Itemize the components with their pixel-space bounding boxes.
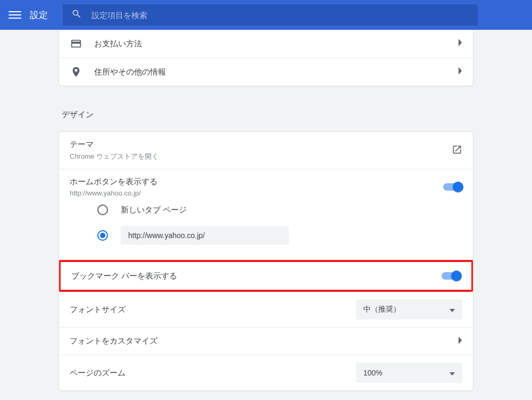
bookmark-bar-label: ブックマーク バーを表示する (71, 271, 442, 281)
bookmark-bar-highlight: ブックマーク バーを表示する (59, 260, 473, 292)
theme-title: テーマ (70, 140, 452, 150)
theme-sub: Chrome ウェブストアを開く (70, 152, 452, 161)
design-section-title: デザイン (59, 107, 473, 127)
chevron-right-icon (458, 39, 462, 48)
chevron-right-icon (458, 67, 462, 77)
bookmark-bar-toggle[interactable] (442, 272, 461, 280)
theme-row[interactable]: テーマ Chrome ウェブストアを開く (59, 132, 473, 169)
app-header: 設定 (0, 0, 532, 30)
page-zoom-label: ページのズーム (70, 368, 356, 378)
new-tab-option-label: 新しいタブ ページ (121, 205, 187, 215)
page-title: 設定 (30, 9, 48, 21)
dropdown-arrow-icon (450, 305, 455, 314)
home-button-row: ホームボタンを表示する http://www.yahoo.co.jp/ (59, 169, 473, 197)
home-button-toggle[interactable] (443, 183, 462, 191)
home-button-label: ホームボタンを表示する http://www.yahoo.co.jp/ (70, 177, 443, 197)
page-zoom-row: ページのズーム 100% (59, 355, 473, 390)
design-card: テーマ Chrome ウェブストアを開く ホームボタンを表示する http://… (59, 132, 473, 391)
payment-methods-label: お支払い方法 (94, 39, 458, 49)
page-zoom-select[interactable]: 100% (356, 363, 462, 383)
font-size-value: 中（推奨） (363, 305, 401, 314)
font-customize-label: フォントをカスタマイズ (70, 336, 458, 346)
bookmark-bar-row: ブックマーク バーを表示する (61, 262, 471, 290)
home-button-sub: http://www.yahoo.co.jp/ (70, 189, 443, 197)
font-size-label: フォントサイズ (70, 305, 356, 315)
home-button-title: ホームボタンを表示する (70, 177, 443, 187)
font-size-row: フォントサイズ 中（推奨） (59, 292, 473, 327)
credit-card-icon (70, 37, 82, 50)
addresses-label: 住所やその他の情報 (94, 67, 458, 77)
dropdown-arrow-icon (450, 369, 455, 377)
custom-url-option[interactable] (97, 221, 473, 250)
radio-checked-icon[interactable] (97, 230, 108, 241)
custom-url-input[interactable] (121, 226, 289, 245)
addresses-row[interactable]: 住所やその他の情報 (59, 58, 473, 86)
search-icon (71, 9, 82, 21)
payment-methods-row[interactable]: お支払い方法 (59, 30, 473, 58)
location-icon (70, 66, 82, 78)
menu-icon[interactable] (9, 9, 21, 21)
search-bar[interactable] (63, 4, 478, 26)
page-zoom-value: 100% (363, 369, 383, 377)
theme-label: テーマ Chrome ウェブストアを開く (70, 140, 452, 161)
open-external-icon (452, 144, 462, 157)
radio-unchecked-icon[interactable] (97, 205, 108, 215)
autofill-card: お支払い方法 住所やその他の情報 (59, 30, 473, 86)
font-size-select[interactable]: 中（推奨） (356, 299, 462, 320)
new-tab-option[interactable]: 新しいタブ ページ (97, 199, 473, 221)
search-input[interactable] (92, 11, 469, 20)
chevron-right-icon (458, 337, 462, 346)
home-button-options: 新しいタブ ページ (59, 197, 473, 260)
font-customize-row[interactable]: フォントをカスタマイズ (59, 327, 473, 355)
